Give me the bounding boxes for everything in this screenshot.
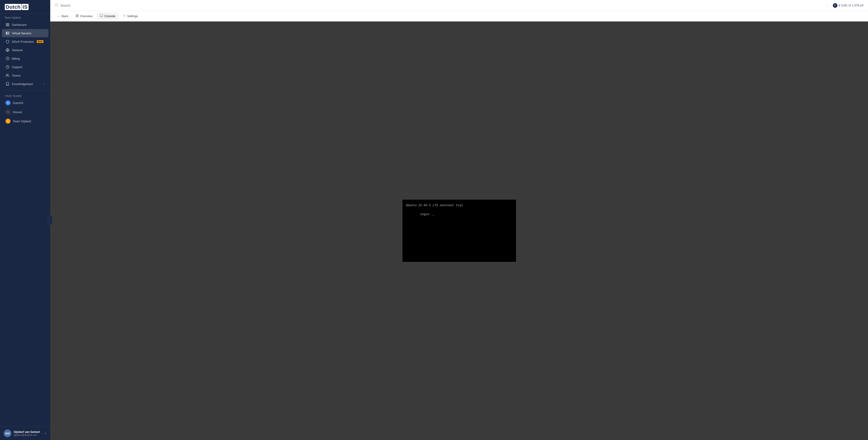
team-name: Noxxer: [13, 110, 22, 114]
team-name: Team Gijsbert: [13, 120, 31, 123]
user-profile-footer[interactable]: GG Gijsbert van Gemert gijsbert@dutchis.…: [0, 427, 50, 440]
network-icon: [5, 48, 9, 52]
overview-label: Overview: [80, 14, 92, 18]
topbar-right: ☆ € € 0,00 / € 1.075,24: [826, 3, 863, 8]
nav-label: Virtual Servers: [12, 32, 31, 35]
logo-area[interactable]: DutchIS: [0, 0, 50, 13]
svg-rect-3: [8, 25, 9, 26]
svg-point-14: [55, 4, 58, 6]
console-area[interactable]: Ubuntu 22.04.1 LTS nootnoot tty1 login: …: [50, 22, 868, 440]
terminal-line-1: Ubuntu 22.04.1 LTS nootnoot tty1: [406, 203, 513, 208]
logo-main: Dutch: [5, 4, 22, 10]
settings-icon: [123, 14, 126, 18]
team-item-gijsbert[interactable]: G Team Gijsbert: [2, 117, 49, 125]
svg-rect-15: [76, 14, 77, 16]
user-info: Gijsbert van Gemert gijsbert@dutchis.net: [14, 431, 42, 436]
main-content: ☆ € € 0,00 / € 1.075,24 ← Back Overview …: [50, 0, 868, 440]
overview-button[interactable]: Overview: [72, 12, 96, 20]
server-icon: [5, 31, 9, 35]
sidebar: DutchIS Team Gijsbert Dashboard Virtual …: [0, 0, 50, 440]
team-avatar-gijsbert: G: [5, 119, 10, 124]
search-area: [55, 3, 821, 8]
nav-label: DDoS Protection: [12, 40, 34, 43]
team-item-noxxer[interactable]: N Noxxer: [2, 108, 49, 116]
credit-text: € 0,00 / € 1.075,24: [839, 4, 863, 7]
shield-icon: [5, 39, 9, 43]
svg-rect-19: [100, 14, 103, 17]
console-label: Console: [104, 14, 115, 18]
logo-box: IS: [22, 4, 29, 10]
team-name: DutchIS: [13, 101, 23, 105]
your-teams-heading: Your Teams: [0, 93, 50, 98]
console-icon: [100, 14, 103, 18]
sidebar-item-support[interactable]: Support: [2, 63, 49, 71]
sidebar-item-ddos[interactable]: DDoS Protection Beta: [2, 37, 49, 46]
svg-point-20: [124, 15, 125, 16]
svg-rect-1: [8, 23, 9, 25]
sidebar-item-dashboard[interactable]: Dashboard: [2, 21, 49, 29]
nav-divider: [2, 90, 49, 91]
console-button[interactable]: Console: [97, 12, 119, 20]
nav-label: Knowledgebase: [12, 82, 33, 86]
avatar: GG: [4, 430, 11, 437]
team-context-label: Team Gijsbert: [0, 13, 50, 20]
settings-label: Settings: [127, 14, 138, 18]
search-icon: [55, 3, 58, 8]
currency-icon: €: [833, 3, 837, 8]
terminal-line-2: login: _: [406, 208, 513, 221]
topbar: ☆ € € 0,00 / € 1.075,24: [50, 0, 868, 11]
sidebar-collapse-button[interactable]: ‹: [48, 215, 53, 225]
logo: DutchIS: [5, 4, 46, 10]
sub-nav-bar: ← Back Overview Console Settings: [50, 11, 868, 22]
user-menu-chevron-icon: ∧: [44, 432, 46, 435]
billing-icon: [5, 56, 9, 61]
team-avatar-noxxer: N: [5, 110, 10, 115]
external-link-icon: ↗: [43, 83, 45, 85]
settings-button[interactable]: Settings: [119, 12, 141, 20]
nav-label: Dashboard: [12, 23, 27, 27]
sidebar-item-knowledgebase[interactable]: Knowledgebase ↗: [2, 80, 49, 88]
favorite-star-icon[interactable]: ☆: [826, 3, 829, 8]
search-input[interactable]: [60, 4, 821, 7]
sidebar-item-virtual-servers[interactable]: Virtual Servers: [2, 29, 49, 37]
sidebar-item-billing[interactable]: Billing: [2, 54, 49, 63]
svg-rect-17: [76, 16, 77, 17]
team-item-dutchis[interactable]: D DutchIS: [2, 98, 49, 107]
team-initials: N: [7, 111, 9, 113]
nav-label: Billing: [12, 57, 20, 60]
team-initials: G: [7, 120, 9, 122]
back-label: Back: [62, 14, 68, 18]
teams-icon: [5, 74, 9, 78]
svg-rect-18: [78, 16, 78, 17]
svg-point-13: [6, 74, 7, 75]
nav-label: Network: [12, 49, 23, 52]
user-email: gijsbert@dutchis.net: [14, 434, 42, 436]
svg-point-7: [6, 34, 7, 34]
book-icon: [5, 82, 9, 86]
sidebar-item-network[interactable]: Network: [2, 46, 49, 54]
user-name: Gijsbert van Gemert: [14, 431, 42, 434]
svg-rect-2: [6, 25, 7, 26]
svg-rect-0: [6, 23, 7, 25]
beta-badge: Beta: [37, 40, 43, 43]
back-arrow-icon: ←: [57, 14, 60, 18]
dashboard-icon: [5, 23, 9, 27]
svg-rect-16: [78, 14, 78, 16]
nav-label: Teams: [12, 74, 21, 77]
credit-display: € € 0,00 / € 1.075,24: [833, 3, 863, 8]
sidebar-item-teams[interactable]: Teams: [2, 71, 49, 80]
back-button[interactable]: ← Back: [54, 13, 71, 20]
main-nav: Dashboard Virtual Servers DDoS Protectio…: [0, 20, 50, 88]
support-icon: [5, 65, 9, 69]
terminal-window[interactable]: Ubuntu 22.04.1 LTS nootnoot tty1 login: …: [402, 199, 516, 262]
nav-label: Support: [12, 65, 22, 69]
team-initials: D: [7, 102, 9, 104]
overview-icon: [75, 14, 79, 18]
team-avatar-dutchis: D: [5, 100, 10, 106]
